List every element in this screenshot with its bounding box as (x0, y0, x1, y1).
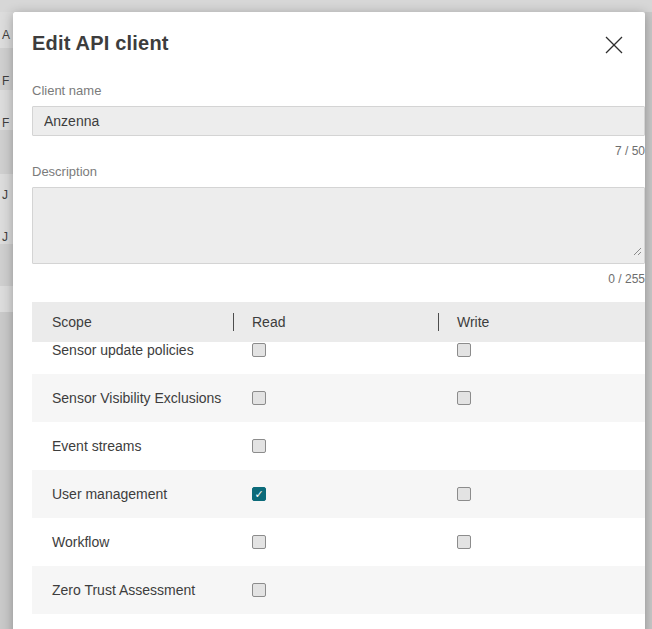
write-cell (438, 487, 645, 501)
column-divider (233, 313, 234, 331)
modal-header: Edit API client (23, 30, 635, 61)
scope-row: Sensor Visibility Exclusions (32, 374, 645, 422)
write-checkbox[interactable] (457, 535, 471, 549)
scope-row: Sensor update policies (32, 342, 645, 374)
scope-row: User management✓ (32, 470, 645, 518)
background-row-label: F (2, 116, 9, 130)
write-cell (438, 535, 645, 549)
write-cell (438, 391, 645, 405)
scope-row: Workflow (32, 518, 645, 566)
column-header-scope: Scope (32, 302, 233, 342)
background-row-band (0, 244, 13, 286)
scopes-table-header: Scope Read Write (32, 302, 645, 342)
column-header-read: Read (233, 302, 438, 342)
description-counter: 0 / 255 (32, 272, 645, 286)
scope-name: Sensor update policies (32, 342, 233, 358)
scopes-table-body[interactable]: Sensor update policiesSensor Visibility … (32, 342, 645, 614)
client-name-counter: 7 / 50 (32, 144, 645, 158)
background-row-label: J (2, 188, 8, 202)
write-checkbox[interactable] (457, 343, 471, 357)
read-checkbox[interactable] (252, 391, 266, 405)
read-cell (233, 439, 438, 453)
scope-name: User management (32, 486, 233, 502)
background-row-label: A (2, 28, 10, 42)
scope-row: Zero Trust Assessment (32, 566, 645, 614)
background-page-top (0, 0, 652, 12)
background-row-label: J (2, 230, 8, 244)
column-divider (438, 313, 439, 331)
scope-name: Event streams (32, 438, 233, 454)
read-checkbox[interactable] (252, 439, 266, 453)
read-cell (233, 343, 438, 357)
write-checkbox[interactable] (457, 391, 471, 405)
read-checkbox[interactable] (252, 343, 266, 357)
description-label: Description (23, 164, 635, 179)
scope-name: Workflow (32, 534, 233, 550)
client-name-input[interactable] (32, 106, 645, 136)
edit-api-client-modal: Edit API client Client name 7 / 50 Descr… (13, 12, 645, 629)
read-cell (233, 391, 438, 405)
column-header-write: Write (438, 302, 645, 342)
scopes-table: Scope Read Write Sensor update policiesS… (32, 302, 645, 614)
read-cell: ✓ (233, 487, 438, 501)
read-checkbox[interactable]: ✓ (252, 487, 266, 501)
close-button[interactable] (601, 32, 627, 61)
read-checkbox[interactable] (252, 583, 266, 597)
description-textarea[interactable] (32, 187, 645, 264)
modal-title: Edit API client (32, 30, 169, 56)
scope-name: Zero Trust Assessment (32, 582, 233, 598)
background-page-left: AFFJJ (0, 12, 13, 312)
scope-name: Sensor Visibility Exclusions (32, 390, 233, 406)
read-checkbox[interactable] (252, 535, 266, 549)
background-row-label: F (2, 74, 9, 88)
write-cell (438, 343, 645, 357)
read-cell (233, 535, 438, 549)
close-icon (603, 44, 625, 59)
write-checkbox[interactable] (457, 487, 471, 501)
client-name-label: Client name (23, 83, 635, 98)
read-cell (233, 583, 438, 597)
scope-row: Event streams (32, 422, 645, 470)
background-row-band (0, 130, 13, 174)
